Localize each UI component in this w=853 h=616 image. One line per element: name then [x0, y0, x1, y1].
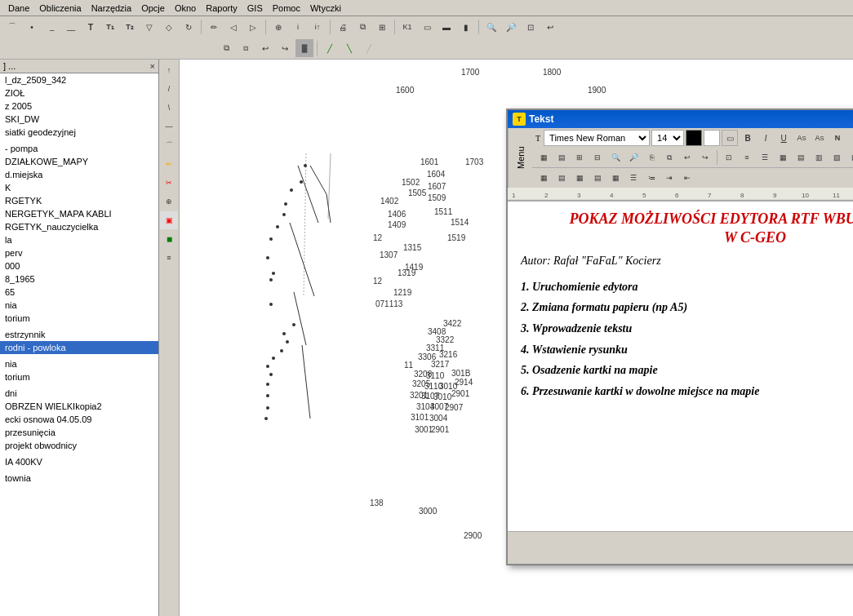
tb-rect1[interactable]: ▭: [418, 18, 436, 36]
font-select[interactable]: Times New Roman Arial Courier New: [544, 130, 650, 146]
menu-obliczenia[interactable]: Obliczenia: [34, 2, 86, 15]
left-tb-btn-9[interactable]: ▣: [160, 211, 178, 229]
sidebar-item[interactable]: torium: [0, 370, 158, 383]
tool-15[interactable]: ▤: [793, 149, 809, 166]
sidebar-item[interactable]: la: [0, 233, 158, 246]
tb-copy3[interactable]: ⧈: [237, 39, 255, 57]
sidebar-item[interactable]: estrzynnik: [0, 328, 158, 341]
tool-1[interactable]: ▦: [535, 149, 552, 166]
left-tb-btn-5[interactable]: ⌒: [160, 136, 178, 154]
tool-16[interactable]: ▥: [811, 149, 827, 166]
sidebar-item[interactable]: DZIAŁKOWE_MAPY: [0, 155, 158, 168]
sidebar-item[interactable]: NERGETYK_MAPA KABLI: [0, 207, 158, 220]
left-tb-btn-2[interactable]: /: [160, 80, 178, 98]
left-tb-btn-1[interactable]: ↑: [160, 61, 178, 79]
tool-r3-2[interactable]: ▤: [553, 170, 570, 186]
sidebar-item[interactable]: przesunięcia: [0, 426, 158, 439]
map-canvas[interactable]: 1700 1800 1600 1900 1703 1601 1604 1607 …: [180, 60, 853, 616]
tool-3[interactable]: ⊞: [571, 149, 588, 166]
tb-rotate[interactable]: ↻: [180, 18, 198, 36]
sidebar-item[interactable]: RGETYK: [0, 194, 158, 207]
menu-narzedzia[interactable]: Narzędzia: [87, 2, 137, 15]
tb-line2[interactable]: ⎯⎯: [62, 18, 80, 36]
bold-btn[interactable]: B: [740, 130, 756, 146]
tool-r3-3[interactable]: ▦: [571, 170, 588, 186]
menu-pomoc[interactable]: Pomoc: [268, 2, 305, 15]
align-left-icon[interactable]: ≡: [847, 130, 853, 146]
sidebar-item[interactable]: perv: [0, 246, 158, 259]
tool-2[interactable]: ▤: [553, 149, 570, 166]
tool-r3-6[interactable]: ☰: [625, 170, 642, 186]
tool-4[interactable]: ⊟: [589, 149, 606, 166]
menu-gis[interactable]: GIS: [242, 2, 268, 15]
menu-okno[interactable]: Okno: [170, 2, 201, 15]
sidebar-item[interactable]: 8_1965: [0, 273, 158, 286]
tool-14[interactable]: ▦: [775, 149, 791, 166]
sidebar-item[interactable]: ecki osnowa 04.05.09: [0, 413, 158, 426]
tb-zoom-out[interactable]: 🔎: [502, 18, 520, 36]
tb-copy2[interactable]: ⧉: [217, 39, 235, 57]
menu-opcje[interactable]: Opcje: [136, 2, 170, 15]
tool-r3-5[interactable]: ▦: [607, 170, 624, 186]
italic-btn[interactable]: I: [757, 130, 774, 146]
tb-info[interactable]: i: [289, 18, 307, 36]
tb-text-t2[interactable]: T₁: [101, 18, 119, 36]
tb-zoom-prev[interactable]: ↩: [541, 18, 559, 36]
tool-11[interactable]: ⊡: [721, 149, 737, 166]
tb-arrow-right[interactable]: ▷: [244, 18, 262, 36]
tb-line-green2[interactable]: ╲: [340, 39, 358, 57]
tb-k1[interactable]: K1: [398, 18, 416, 36]
left-tb-btn-4[interactable]: —: [160, 117, 178, 135]
sidebar-item[interactable]: nia: [0, 299, 158, 312]
tb-print[interactable]: 🖨: [334, 18, 352, 36]
sidebar-item[interactable]: 000: [0, 259, 158, 273]
sidebar-item[interactable]: SKI_DW: [0, 113, 158, 126]
tool-17[interactable]: ▧: [829, 149, 845, 166]
sidebar-item[interactable]: nia: [0, 357, 158, 370]
tb-rect2[interactable]: ▬: [438, 18, 455, 36]
tb-text-t3[interactable]: T₂: [121, 18, 139, 36]
tool-r3-4[interactable]: ▤: [589, 170, 606, 186]
tb-point[interactable]: ⊕: [269, 18, 287, 36]
sidebar-item[interactable]: d.miejska: [0, 168, 158, 181]
tb-arrow-left[interactable]: ◁: [224, 18, 242, 36]
tb-line-green[interactable]: ╱: [321, 39, 339, 57]
left-tb-btn-7[interactable]: ✂: [160, 174, 178, 192]
sidebar-item[interactable]: dni: [0, 387, 158, 400]
left-tb-btn-6[interactable]: ✏: [160, 155, 178, 173]
tb-polygon[interactable]: ▽: [140, 18, 158, 36]
tool-7[interactable]: ⎘: [643, 149, 660, 166]
tool-r3-1[interactable]: ▦: [535, 170, 552, 186]
tb-redo[interactable]: ↪: [276, 39, 294, 57]
left-tb-btn-3[interactable]: \: [160, 99, 178, 117]
tool-5[interactable]: 🔍: [607, 149, 624, 166]
tb-curve[interactable]: ⌒: [3, 18, 21, 36]
tb-grid[interactable]: ⊞: [373, 18, 391, 36]
tb-rect3[interactable]: ▮: [457, 18, 475, 36]
sidebar-item[interactable]: 65: [0, 286, 158, 299]
dialog-menu-label[interactable]: Menu: [508, 128, 532, 188]
sidebar-item[interactable]: OBRZEN WIELKIkopia2: [0, 400, 158, 413]
sidebar-item[interactable]: RGETYK_nauczycielka: [0, 220, 158, 233]
sidebar-item[interactable]: z 2005: [0, 100, 158, 113]
tool-9[interactable]: ↩: [679, 149, 695, 166]
tool-r3-8[interactable]: ⇥: [661, 170, 678, 186]
tb-dot[interactable]: •: [23, 18, 41, 36]
tool-8[interactable]: ⧉: [661, 149, 678, 166]
tb-copy[interactable]: ⧉: [353, 18, 371, 36]
sidebar-item[interactable]: rodni - powloka: [0, 341, 158, 354]
sidebar-item[interactable]: townia: [0, 472, 158, 485]
tool-6[interactable]: 🔎: [625, 149, 642, 166]
tb-pencil[interactable]: ✏: [205, 18, 223, 36]
left-tb-btn-10[interactable]: ◼: [160, 230, 178, 248]
left-tb-btn-11[interactable]: ≡: [160, 249, 178, 267]
tb-line-white[interactable]: ╱: [360, 39, 378, 57]
tb-zoom-all[interactable]: ⊡: [522, 18, 540, 36]
underline-btn[interactable]: U: [775, 130, 792, 146]
dialog-content[interactable]: POKAZ MOŻLIWOŚCI EDYTORA RTF WBUDOWANEGO…: [508, 202, 853, 531]
tb-delete[interactable]: ▓: [295, 39, 313, 57]
number-btn[interactable]: N: [829, 130, 846, 146]
menu-raporty[interactable]: Raporty: [201, 2, 242, 15]
sidebar-item[interactable]: l_dz_2509_342: [0, 73, 158, 86]
sidebar-item[interactable]: torium: [0, 312, 158, 325]
